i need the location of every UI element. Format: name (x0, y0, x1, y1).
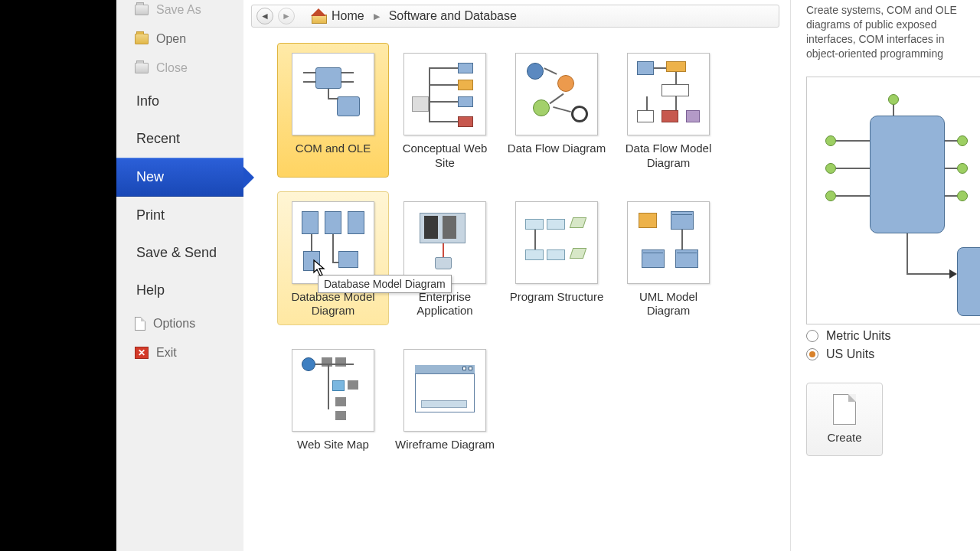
template-label: Program Structure (507, 290, 607, 321)
template-thumbnail (292, 349, 374, 432)
radio-label: Metric Units (826, 329, 890, 343)
template-preview (806, 77, 980, 324)
tooltip: Database Model Diagram (318, 275, 452, 293)
radio-label: US Units (826, 347, 874, 361)
sidebar-help[interactable]: Help (116, 272, 243, 309)
sidebar-label: Recent (136, 131, 180, 147)
breadcrumb-home[interactable]: Home (312, 9, 364, 23)
sidebar-label: Options (153, 317, 195, 331)
main-content: ◄ ► Home ▶ Software and Database COM a (243, 0, 787, 551)
template-thumbnail (627, 201, 710, 284)
units-metric[interactable]: Metric Units (806, 329, 980, 343)
breadcrumb-label: Software and Database (389, 9, 517, 23)
video-letterbox (0, 0, 116, 551)
template-program-structure[interactable]: Program Structure (501, 191, 612, 326)
sidebar-close: Close (116, 54, 243, 83)
template-label: Database Model Diagram (278, 290, 388, 325)
options-icon (135, 317, 145, 331)
template-label: UML Model Diagram (613, 290, 724, 325)
exit-icon: ✕ (135, 347, 149, 359)
sidebar-options[interactable]: Options (116, 309, 243, 338)
folder-open-icon (135, 34, 149, 44)
preview-panel: Create systems, COM and OLE diagrams of … (790, 0, 980, 551)
chevron-right-icon: ▶ (374, 11, 380, 21)
sidebar-recent[interactable]: Recent (116, 120, 243, 158)
template-database-model-diagram[interactable]: Database Model Diagram Database Model Di… (277, 191, 389, 326)
template-label: Wireframe Diagram (392, 438, 498, 468)
sidebar-label: Save As (156, 3, 201, 17)
save-as-icon (135, 5, 149, 15)
sidebar-print[interactable]: Print (116, 197, 243, 234)
template-thumbnail (403, 53, 486, 135)
sidebar-label: Exit (156, 346, 177, 360)
document-icon (833, 394, 856, 425)
sidebar-save-send[interactable]: Save & Send (116, 234, 243, 272)
template-description: Create systems, COM and OLE diagrams of … (806, 3, 980, 61)
template-web-site-map[interactable]: Web Site Map (277, 339, 389, 469)
breadcrumb-category[interactable]: Software and Database (389, 9, 517, 23)
template-data-flow-diagram[interactable]: Data Flow Diagram (501, 43, 612, 178)
template-label: Enterprise Application (390, 290, 500, 325)
template-thumbnail (515, 201, 598, 284)
sidebar-exit[interactable]: ✕ Exit (116, 338, 243, 367)
sidebar-info[interactable]: Info (116, 83, 243, 120)
folder-close-icon (135, 63, 149, 73)
sidebar-save-as: Save As (116, 0, 243, 24)
breadcrumb-label: Home (332, 9, 364, 23)
template-thumbnail (403, 349, 486, 432)
template-thumbnail (515, 53, 598, 135)
create-label: Create (827, 431, 861, 444)
create-button[interactable]: Create (806, 383, 883, 456)
sidebar-open[interactable]: Open (116, 24, 243, 54)
template-conceptual-web-site[interactable]: Conceptual Web Site (389, 43, 501, 178)
template-enterprise-application[interactable]: Enterprise Application (389, 191, 501, 326)
template-com-and-ole[interactable]: COM and OLE (277, 43, 389, 178)
template-data-flow-model-diagram[interactable]: Data Flow Model Diagram (612, 43, 724, 178)
template-label: Data Flow Diagram (505, 142, 609, 172)
sidebar-label: Open (156, 32, 186, 46)
sidebar-label: Close (156, 61, 188, 75)
breadcrumb: ◄ ► Home ▶ Software and Database (251, 5, 779, 28)
sidebar-label: Info (136, 93, 159, 109)
template-uml-model-diagram[interactable]: UML Model Diagram (612, 191, 724, 326)
units-us[interactable]: US Units (806, 347, 980, 361)
template-thumbnail (403, 201, 486, 284)
nav-back-button[interactable]: ◄ (256, 8, 273, 24)
template-thumbnail (292, 201, 374, 284)
template-grid: COM and OLE Conceptual Web Site (251, 43, 779, 469)
template-thumbnail (292, 53, 374, 135)
nav-forward-button[interactable]: ► (278, 8, 295, 24)
template-label: Data Flow Model Diagram (613, 142, 724, 177)
radio-icon (806, 330, 818, 342)
sidebar-label: Print (136, 207, 165, 223)
template-label: Web Site Map (294, 438, 372, 468)
template-label: COM and OLE (292, 142, 374, 172)
sidebar-label: Help (136, 282, 165, 298)
template-thumbnail (627, 53, 710, 135)
sidebar-new[interactable]: New (116, 158, 243, 197)
backstage-sidebar: Save As Open Close Info Recent New Print… (116, 0, 243, 551)
radio-icon (806, 348, 818, 360)
template-label: Conceptual Web Site (390, 142, 500, 177)
home-icon (312, 10, 325, 22)
sidebar-label: Save & Send (136, 245, 217, 261)
template-wireframe-diagram[interactable]: Wireframe Diagram (389, 339, 501, 469)
sidebar-label: New (136, 169, 164, 185)
